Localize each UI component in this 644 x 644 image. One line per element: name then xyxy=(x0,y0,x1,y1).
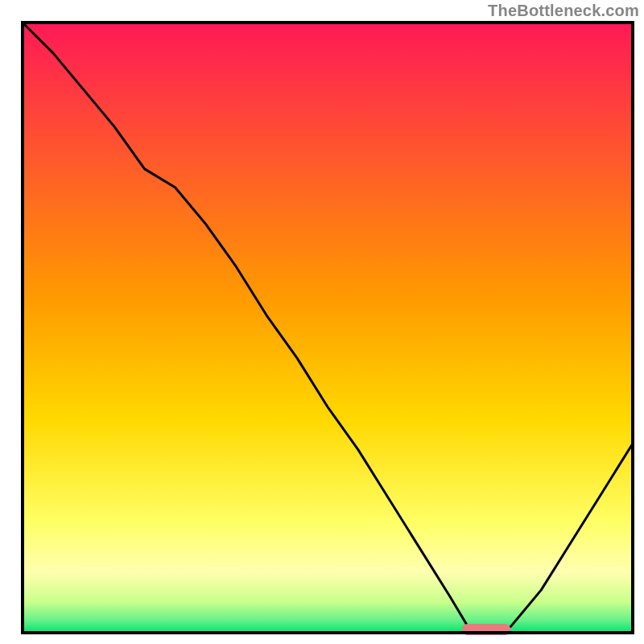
plot-background xyxy=(23,23,633,633)
chart-container: TheBottleneck.com xyxy=(0,0,644,644)
bottleneck-chart xyxy=(0,0,644,644)
